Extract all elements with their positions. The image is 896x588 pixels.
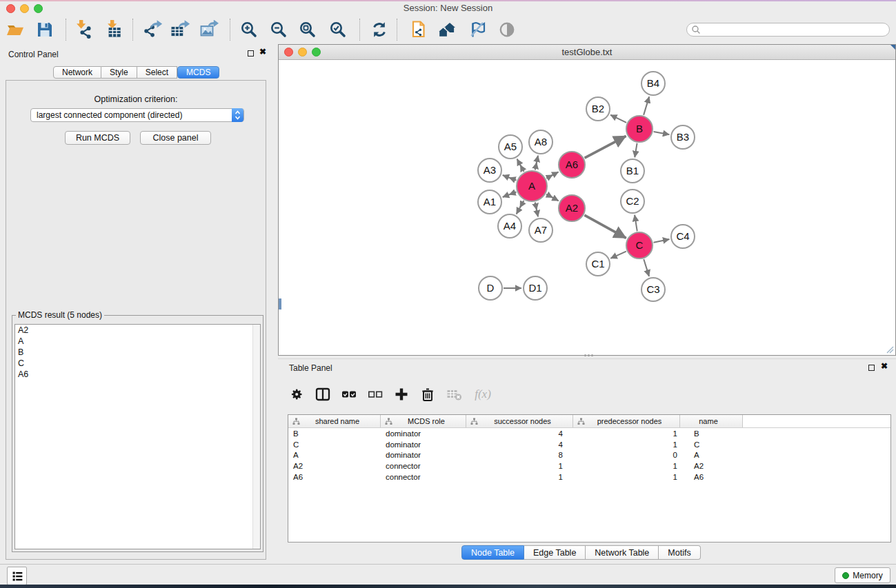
zoom-selected-button[interactable] (326, 17, 350, 42)
graph-node-A4[interactable]: A4 (498, 214, 521, 238)
graph-node-B3[interactable]: B3 (671, 125, 695, 149)
table-cell[interactable]: A2 (288, 462, 381, 470)
graph-edge[interactable] (644, 97, 649, 115)
graph-edge[interactable] (520, 203, 523, 208)
zoom-window-button[interactable] (34, 4, 43, 13)
delete-table-button[interactable] (445, 385, 463, 403)
graph-node-A8[interactable]: A8 (529, 130, 552, 154)
memory-button[interactable]: Memory (835, 567, 890, 583)
minimize-window-button[interactable] (20, 4, 29, 13)
task-history-button[interactable] (7, 567, 27, 585)
export-network-button[interactable] (140, 17, 165, 42)
table-cell[interactable]: dominator (381, 451, 466, 459)
refresh-button[interactable] (367, 17, 392, 42)
tab-style[interactable]: Style (101, 66, 137, 79)
result-list-scrollbar[interactable] (252, 325, 260, 549)
graph-node-A6[interactable]: A6 (559, 152, 585, 178)
zoom-fit-button[interactable] (295, 17, 320, 42)
graph-edge[interactable] (644, 259, 649, 276)
mcds-result-item[interactable]: A6 (15, 369, 260, 380)
panel-splitter-handle[interactable] (279, 298, 281, 310)
network-zoom-button[interactable] (312, 48, 321, 57)
table-cell[interactable]: A6 (680, 473, 743, 481)
table-row[interactable]: Cdominator41C (288, 439, 890, 450)
float-panel-icon[interactable] (248, 50, 254, 57)
table-cell[interactable]: C (288, 440, 381, 449)
select-all-columns-button[interactable] (340, 385, 358, 403)
graph-edge[interactable] (654, 239, 670, 243)
table-cell[interactable]: 1 (466, 473, 573, 481)
graph-edge[interactable] (509, 193, 514, 195)
close-panel-icon[interactable]: ✖ (259, 47, 266, 57)
table-float-panel-icon[interactable] (868, 365, 875, 371)
tab-network-table[interactable]: Network Table (586, 545, 659, 560)
graph-node-A3[interactable]: A3 (478, 159, 501, 182)
table-row[interactable]: A6connector11A6 (288, 472, 890, 483)
network-close-button[interactable] (284, 48, 293, 57)
tab-network[interactable]: Network (53, 66, 101, 79)
table-cell[interactable]: 4 (466, 429, 573, 438)
table-cell[interactable]: 1 (466, 462, 573, 470)
tab-mcds[interactable]: MCDS (177, 66, 219, 79)
new-network-button[interactable] (406, 17, 430, 42)
table-cell[interactable]: A2 (680, 462, 743, 470)
graph-node-D[interactable]: D (479, 276, 502, 300)
network-window-titlebar[interactable]: testGlobe.txt (279, 45, 895, 60)
table-cell[interactable]: connector (381, 473, 466, 481)
graph-node-C1[interactable]: C1 (586, 252, 610, 276)
graph-edge[interactable] (548, 175, 552, 177)
optimization-criterion-select[interactable]: largest connected component (directed) (30, 108, 244, 122)
graph-node-A2[interactable]: A2 (559, 195, 585, 221)
tab-edge-table[interactable]: Edge Table (524, 545, 586, 560)
table-cell[interactable]: 4 (466, 440, 573, 449)
table-cell[interactable]: B (288, 429, 381, 438)
tab-node-table[interactable]: Node Table (461, 545, 524, 560)
run-mcds-button[interactable]: Run MCDS (65, 131, 130, 145)
close-window-button[interactable] (6, 4, 15, 13)
tab-motifs[interactable]: Motifs (659, 545, 700, 560)
graph-node-A5[interactable]: A5 (499, 135, 522, 159)
table-close-panel-icon[interactable]: ✖ (881, 361, 888, 371)
search-field[interactable] (686, 23, 890, 37)
save-session-button[interactable] (32, 17, 57, 42)
graph-node-D1[interactable]: D1 (524, 276, 547, 300)
graph-node-A[interactable]: A (517, 171, 547, 201)
table-cell[interactable]: 1 (573, 473, 680, 481)
graph-edge[interactable] (584, 215, 626, 238)
import-network-button[interactable] (72, 17, 97, 42)
table-cell[interactable]: A (288, 451, 381, 459)
graph-node-B[interactable]: B (626, 116, 653, 142)
graph-edge[interactable] (635, 143, 637, 158)
zoom-out-button[interactable] (266, 17, 291, 42)
mcds-result-list[interactable]: A2ABCA6 (14, 324, 261, 549)
search-input[interactable] (701, 24, 889, 35)
table-row[interactable]: Bdominator41B (288, 428, 890, 439)
table-cell[interactable]: A (680, 451, 743, 459)
table-cell[interactable]: A6 (288, 473, 381, 481)
function-builder-button[interactable]: f(x) (471, 385, 495, 403)
open-file-button[interactable] (3, 17, 28, 42)
horizontal-splitter-handle[interactable] (584, 354, 594, 357)
graph-edge[interactable] (610, 252, 626, 258)
mcds-result-item[interactable]: C (15, 358, 260, 369)
graph-node-B2[interactable]: B2 (586, 97, 610, 121)
table-cell[interactable]: 8 (466, 451, 573, 459)
graph-edge[interactable] (635, 215, 637, 231)
graph-node-C2[interactable]: C2 (621, 190, 644, 213)
graph-node-C4[interactable]: C4 (671, 225, 695, 248)
graph-edge[interactable] (654, 132, 670, 134)
network-graph-canvas[interactable]: B4B2BB3A5A8A6A3AB1A1A2C2A4A7C4CC1C3DD1 (279, 61, 895, 355)
unselect-all-columns-button[interactable] (366, 385, 384, 403)
graph-node-A1[interactable]: A1 (478, 190, 501, 214)
column-header-predecessor-nodes[interactable]: predecessor nodes (573, 415, 680, 427)
graph-edge[interactable] (536, 205, 537, 210)
table-cell[interactable]: C (680, 440, 743, 449)
zoom-in-button[interactable] (237, 17, 261, 42)
window-titlebar[interactable]: Session: New Session (0, 1, 896, 15)
graph-node-B1[interactable]: B1 (621, 159, 644, 183)
table-cell[interactable]: dominator (381, 429, 466, 438)
network-minimize-button[interactable] (298, 48, 307, 57)
graph-node-C3[interactable]: C3 (641, 278, 665, 301)
import-table-button[interactable] (103, 17, 128, 42)
export-image-button[interactable] (197, 17, 221, 42)
